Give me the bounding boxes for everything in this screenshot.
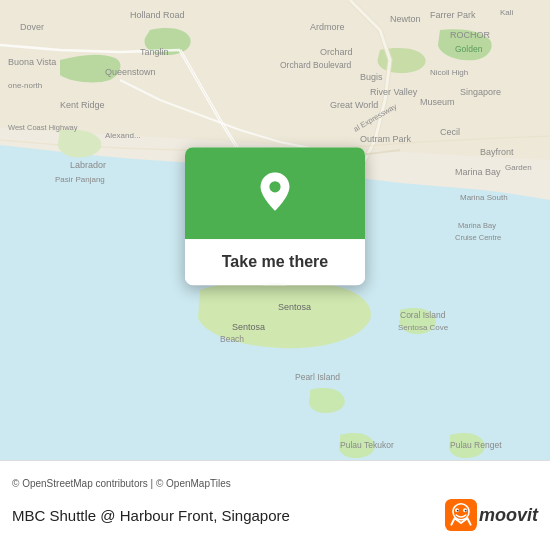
svg-text:Marina South: Marina South [460, 193, 508, 202]
svg-text:Pulau Tekukor: Pulau Tekukor [340, 440, 394, 450]
svg-text:Pearl Island: Pearl Island [295, 372, 340, 382]
popup-icon-area [185, 147, 365, 239]
moovit-logo: moovit [445, 499, 538, 531]
location-row: MBC Shuttle @ Harbour Front, Singapore m… [0, 493, 550, 537]
svg-text:Orchard: Orchard [320, 47, 353, 57]
svg-point-53 [457, 510, 459, 512]
svg-text:Labrador: Labrador [70, 160, 106, 170]
svg-text:Bayfront: Bayfront [480, 147, 514, 157]
svg-text:Cruise Centre: Cruise Centre [455, 233, 501, 242]
svg-text:Newton: Newton [390, 14, 421, 24]
bottom-bar: © OpenStreetMap contributors | © OpenMap… [0, 460, 550, 550]
attribution-row: © OpenStreetMap contributors | © OpenMap… [0, 474, 550, 493]
moovit-brand-text: moovit [479, 505, 538, 526]
moovit-brand-icon [445, 499, 477, 531]
svg-text:Dover: Dover [20, 22, 44, 32]
svg-text:River Valley: River Valley [370, 87, 418, 97]
map-container: Dover Holland Road Farrer Park Kali Buon… [0, 0, 550, 460]
svg-text:Museum: Museum [420, 97, 455, 107]
svg-text:Pasir Panjang: Pasir Panjang [55, 175, 105, 184]
svg-text:Alexand...: Alexand... [105, 131, 141, 140]
svg-text:West Coast Highway: West Coast Highway [8, 123, 78, 132]
svg-text:Outram Park: Outram Park [360, 134, 412, 144]
attribution-text: © OpenStreetMap contributors | © OpenMap… [12, 478, 231, 489]
svg-text:Marina Bay: Marina Bay [458, 221, 496, 230]
map-pin-icon [251, 169, 299, 217]
svg-text:Marina Bay: Marina Bay [455, 167, 501, 177]
svg-text:Coral Island: Coral Island [400, 310, 446, 320]
svg-text:Holland Road: Holland Road [130, 10, 185, 20]
svg-text:Golden: Golden [455, 44, 483, 54]
svg-text:Pulau Renget: Pulau Renget [450, 440, 502, 450]
location-popup[interactable]: Take me there [185, 147, 365, 285]
svg-text:Bugis: Bugis [360, 72, 383, 82]
svg-text:Farrer Park: Farrer Park [430, 10, 476, 20]
svg-text:Tanglin: Tanglin [140, 47, 169, 57]
svg-text:Sentosa Cove: Sentosa Cove [398, 323, 449, 332]
svg-text:Singapore: Singapore [460, 87, 501, 97]
svg-text:Garden: Garden [505, 163, 532, 172]
take-me-there-button[interactable]: Take me there [185, 239, 365, 285]
location-name: MBC Shuttle @ Harbour Front, Singapore [12, 507, 290, 524]
svg-text:Cecil: Cecil [440, 127, 460, 137]
svg-text:Sentosa: Sentosa [278, 302, 311, 312]
svg-point-48 [269, 181, 280, 192]
svg-text:Queenstown: Queenstown [105, 67, 156, 77]
svg-text:Kent Ridge: Kent Ridge [60, 100, 105, 110]
svg-text:Kali: Kali [500, 8, 514, 17]
svg-text:Buona Vista: Buona Vista [8, 57, 56, 67]
svg-text:Great World: Great World [330, 100, 378, 110]
svg-text:Beach: Beach [220, 334, 244, 344]
svg-text:one-north: one-north [8, 81, 42, 90]
svg-text:ROCHOR: ROCHOR [450, 30, 490, 40]
svg-text:Orchard Boulevard: Orchard Boulevard [280, 60, 352, 70]
svg-text:Sentosa: Sentosa [232, 322, 265, 332]
svg-text:Ardmore: Ardmore [310, 22, 345, 32]
svg-point-54 [465, 510, 467, 512]
svg-text:Nicoll High: Nicoll High [430, 68, 468, 77]
